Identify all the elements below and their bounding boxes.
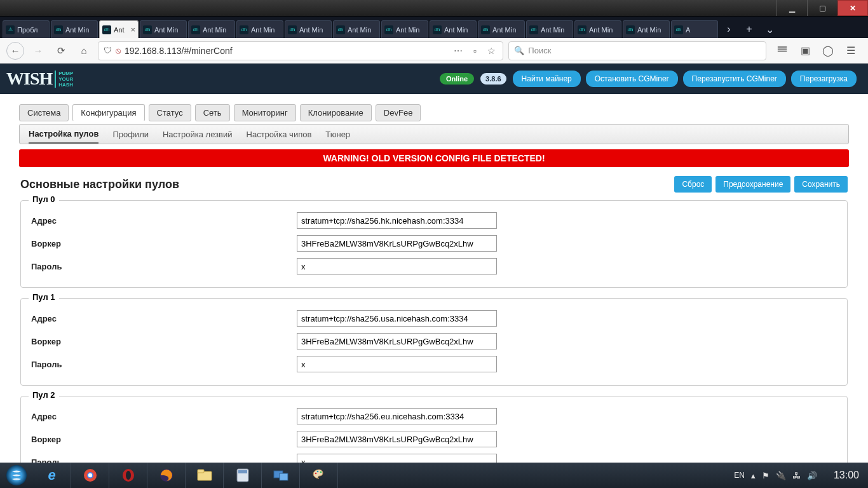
primary-tab[interactable]: Сеть [195, 104, 230, 121]
task-paint[interactable] [300, 463, 338, 488]
site-icon: dh [578, 25, 587, 34]
header-action-button[interactable]: Найти майнер [513, 71, 581, 87]
pool-address-input[interactable] [297, 212, 497, 229]
header-action-button[interactable]: Перезагрузка [791, 71, 857, 87]
primary-tab[interactable]: DevFee [376, 104, 421, 121]
page-content: СистемаКонфигурацияСтатусСетьМониторингК… [0, 94, 868, 463]
pool-worker-input[interactable] [297, 431, 497, 447]
sidebar-icon[interactable]: ▣ [797, 43, 813, 59]
site-icon: dh [240, 25, 248, 34]
task-chrome[interactable] [71, 463, 109, 488]
field-label: Воркер [30, 239, 297, 248]
url-bar[interactable]: 🛡 ⦸ 192.168.8.113/#/minerConf ⋯ ▫ ☆ [98, 41, 503, 60]
primary-tab[interactable]: Статус [149, 104, 191, 121]
tray-flag-icon[interactable]: ⚑ [762, 471, 770, 480]
browser-tab[interactable]: dhAnt× [99, 20, 139, 38]
account-icon[interactable]: ◯ [820, 43, 836, 59]
url-more-icon[interactable]: ⋯ [452, 46, 465, 56]
task-calc[interactable] [224, 463, 262, 488]
browser-tab[interactable]: dhAnt Min [51, 20, 98, 38]
browser-tab[interactable]: dhA [671, 20, 718, 38]
os-maximize-button[interactable]: ▢ [807, 0, 837, 16]
task-opera[interactable] [109, 463, 147, 488]
pool-legend: Пул 0 [29, 194, 59, 204]
pool-password-input[interactable] [297, 356, 497, 372]
primary-tab[interactable]: Клонирование [300, 104, 372, 121]
secondary-tab[interactable]: Тюнер [325, 126, 350, 143]
taskbar-clock[interactable]: 13:00 [825, 470, 868, 481]
control-button[interactable]: Сохранить [794, 176, 848, 193]
os-close-button[interactable]: ✕ [837, 0, 868, 16]
new-tab-button[interactable]: + [740, 20, 759, 38]
search-icon: 🔍 [514, 46, 524, 55]
pool-fieldset: Пул 2АдресВоркерПароль [20, 396, 848, 463]
browser-tab[interactable]: dhAnt Min [574, 20, 621, 38]
control-button[interactable]: Предсохранение [715, 176, 790, 193]
tray-volume-icon[interactable]: 🔊 [807, 471, 817, 480]
pool-password-input[interactable] [297, 454, 497, 463]
tray-lang[interactable]: EN [734, 471, 745, 480]
svg-point-14 [316, 471, 318, 473]
browser-tab[interactable]: ⚠Пробл [3, 20, 50, 38]
browser-tab[interactable]: dhAnt Min [188, 20, 235, 38]
tray-battery-icon[interactable]: 🔌 [776, 471, 786, 480]
secondary-tab[interactable]: Настройка пулов [29, 125, 98, 144]
browser-tab-label: A [686, 26, 715, 34]
nav-back-button[interactable]: ← [6, 42, 24, 60]
task-devices[interactable] [262, 463, 300, 488]
start-button[interactable] [6, 465, 27, 485]
secondary-tab[interactable]: Профили [112, 126, 149, 143]
browser-tab[interactable]: dhAnt Min [526, 20, 573, 38]
browser-tab-label: Ant Min [637, 26, 667, 34]
nav-reload-button[interactable]: ⟳ [52, 42, 70, 60]
site-icon: dh [336, 25, 345, 34]
search-box[interactable]: 🔍 Поиск [508, 41, 766, 60]
bookmark-icon[interactable]: ☆ [485, 46, 498, 56]
reader-icon[interactable]: ▫ [468, 46, 481, 56]
tabs-overflow-icon[interactable]: › [719, 20, 738, 38]
browser-tab[interactable]: dhAnt Min [236, 20, 283, 38]
control-button[interactable]: Сброс [674, 176, 712, 193]
svg-point-3 [88, 473, 92, 477]
secondary-tab[interactable]: Настройка чипов [247, 126, 312, 143]
tray-up-icon[interactable]: ▴ [751, 471, 756, 480]
pool-worker-input[interactable] [297, 235, 497, 252]
system-tray[interactable]: EN ▴ ⚑ 🔌 🖧 🔊 [726, 471, 825, 480]
primary-tab[interactable]: Конфигурация [72, 104, 144, 121]
browser-tab[interactable]: dhAnt Min [623, 20, 670, 38]
svg-rect-10 [238, 470, 247, 473]
browser-tab[interactable]: dhAnt Min [381, 20, 428, 38]
nav-home-button[interactable]: ⌂ [75, 42, 93, 60]
browser-tab[interactable]: dhAnt Min [430, 20, 477, 38]
nav-forward-button[interactable]: → [29, 42, 47, 60]
os-minimize-button[interactable]: ▁ [776, 0, 807, 16]
windows-taskbar: e EN ▴ ⚑ 🔌 🖧 🔊 13:00 [0, 463, 868, 488]
browser-tab-label: Ant Min [444, 26, 473, 34]
pool-password-input[interactable] [297, 258, 497, 274]
browser-tab[interactable]: dhAnt Min [285, 20, 332, 38]
tabs-menu-icon[interactable]: ⌄ [760, 20, 779, 38]
app-logo: WISH PUMP YOUR HASH [6, 69, 73, 89]
menu-icon[interactable]: ☰ [843, 43, 859, 59]
pool-address-input[interactable] [297, 408, 497, 424]
primary-tab[interactable]: Система [19, 104, 69, 121]
task-ie[interactable]: e [33, 463, 71, 488]
pool-address-input[interactable] [297, 310, 497, 327]
close-icon[interactable]: × [130, 25, 135, 34]
secondary-tab[interactable]: Настройка лезвий [163, 126, 233, 143]
pool-worker-input[interactable] [297, 333, 497, 349]
task-explorer[interactable] [186, 463, 224, 488]
section-title: Основные настройки пулов [20, 178, 670, 191]
header-action-button[interactable]: Перезапустить CGMiner [683, 71, 786, 87]
browser-navbar: ← → ⟳ ⌂ 🛡 ⦸ 192.168.8.113/#/minerConf ⋯ … [0, 38, 868, 64]
field-label: Воркер [30, 435, 297, 444]
browser-tab[interactable]: dhAnt Min [478, 20, 525, 38]
primary-tab[interactable]: Мониторинг [234, 104, 296, 121]
browser-tab-label: Ant Min [589, 26, 618, 34]
browser-tab[interactable]: dhAnt Min [140, 20, 187, 38]
task-firefox[interactable] [147, 463, 186, 488]
browser-tab[interactable]: dhAnt Min [333, 20, 380, 38]
tray-network-icon[interactable]: 🖧 [792, 471, 801, 480]
library-icon[interactable]: 𝍢 [774, 43, 790, 59]
header-action-button[interactable]: Остановить CGMiner [586, 71, 678, 87]
